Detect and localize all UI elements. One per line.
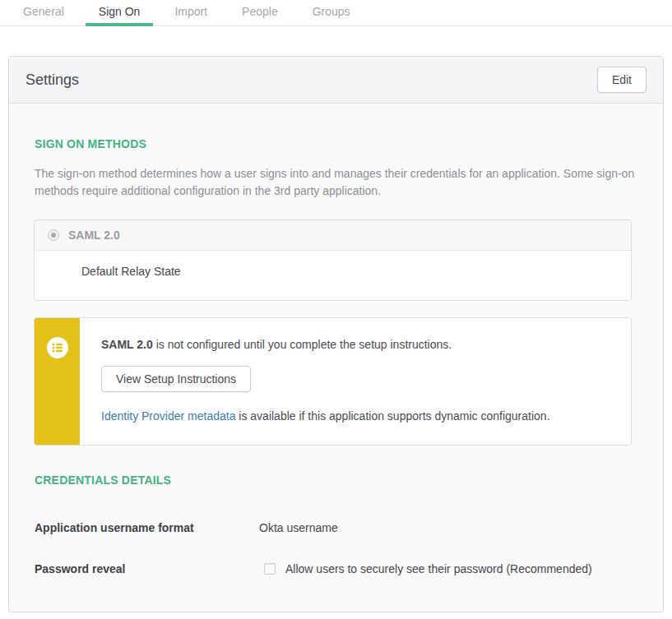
setup-callout-body: SAML 2.0 is not configured until you com… — [80, 318, 567, 445]
panel-title: Settings — [25, 72, 79, 89]
password-reveal-checkbox-label: Allow users to securely see their passwo… — [285, 562, 592, 575]
app-tab-bar: General Sign On Import People Groups — [0, 0, 672, 26]
setup-callout-stripe — [35, 318, 80, 445]
tab-general[interactable]: General — [10, 0, 77, 26]
credentials-details-heading: CREDENTIALS DETAILS — [35, 473, 638, 487]
settings-panel: Settings Edit SIGN ON METHODS The sign-o… — [8, 56, 664, 612]
password-reveal-checkbox[interactable] — [264, 563, 276, 575]
identity-provider-metadata-link[interactable]: Identity Provider metadata — [101, 409, 235, 423]
saml-method-box: SAML 2.0 Default Relay State — [34, 219, 632, 301]
application-username-format-row: Application username format Okta usernam… — [34, 521, 638, 534]
setup-callout: SAML 2.0 is not configured until you com… — [34, 317, 632, 446]
application-username-format-label: Application username format — [34, 521, 259, 534]
tab-import[interactable]: Import — [161, 0, 220, 26]
settings-panel-body: SIGN ON METHODS The sign-on method deter… — [9, 104, 663, 612]
settings-panel-header: Settings Edit — [9, 57, 663, 104]
saml-radio-button[interactable] — [48, 229, 59, 241]
tab-people[interactable]: People — [229, 0, 291, 26]
sign-on-methods-description: The sign-on method determines how a user… — [35, 165, 638, 200]
idp-metadata-suffix: is available if this application support… — [235, 409, 549, 423]
saml-method-name: SAML 2.0 — [68, 229, 120, 242]
application-username-format-value: Okta username — [259, 521, 338, 534]
setup-callout-message: SAML 2.0 is not configured until you com… — [101, 338, 550, 351]
tab-groups[interactable]: Groups — [299, 0, 364, 26]
password-reveal-row: Password reveal Allow users to securely … — [34, 562, 638, 575]
list-icon — [47, 337, 68, 361]
callout-app-name: SAML 2.0 — [101, 338, 153, 351]
idp-metadata-line: Identity Provider metadata is available … — [101, 409, 550, 423]
password-reveal-label: Password reveal — [34, 562, 259, 575]
saml-method-header: SAML 2.0 — [35, 220, 631, 251]
tab-sign-on[interactable]: Sign On — [86, 0, 154, 26]
view-setup-instructions-button[interactable]: View Setup Instructions — [101, 366, 251, 392]
default-relay-state-label: Default Relay State — [81, 265, 181, 278]
saml-method-body: Default Relay State — [35, 251, 631, 300]
sign-on-methods-heading: SIGN ON METHODS — [35, 137, 638, 150]
edit-button[interactable]: Edit — [597, 67, 647, 93]
callout-message-text: is not configured until you complete the… — [153, 338, 452, 351]
